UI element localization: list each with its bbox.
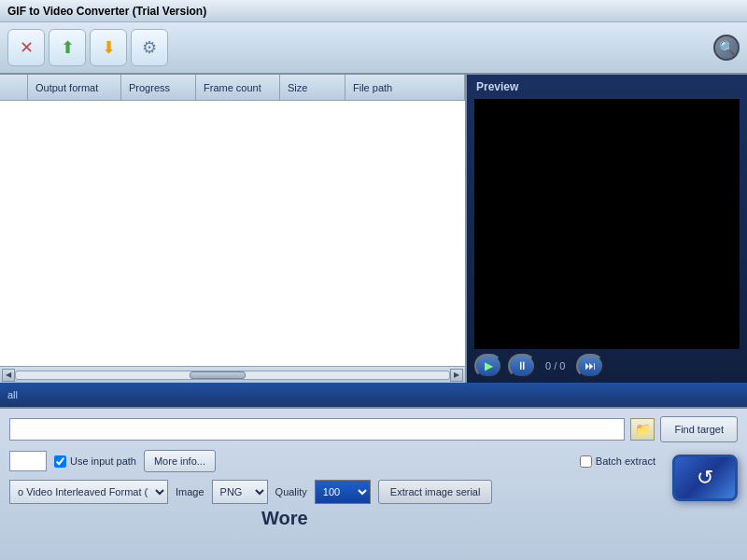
- col-size-header: Size: [280, 75, 345, 100]
- format-row: o Video Interleaved Format (*.avi) Image…: [9, 480, 738, 504]
- app-title: GIF to Video Converter (Trial Version): [7, 5, 206, 18]
- small-value-input[interactable]: [9, 451, 47, 471]
- preview-panel: Preview ▶ ⏸ 0 / 0 ⏭: [467, 75, 747, 383]
- video-format-select[interactable]: o Video Interleaved Format (*.avi): [9, 480, 168, 504]
- wore-label: Wore: [261, 508, 308, 528]
- pause-button[interactable]: ⏸: [508, 354, 536, 378]
- convert-icon: ↺: [697, 466, 713, 490]
- down-arrow-icon: ⬇: [102, 37, 116, 58]
- preview-title: Preview: [467, 75, 747, 99]
- col-output-header: Output format: [28, 75, 121, 100]
- main-area: Output format Progress Frame count Size …: [0, 75, 747, 383]
- move-down-button[interactable]: ⬇: [90, 29, 127, 66]
- quality-select[interactable]: 100: [315, 480, 371, 504]
- target-path-input[interactable]: [9, 418, 625, 441]
- search-button[interactable]: 🔍: [713, 35, 740, 61]
- convert-button[interactable]: ↺: [672, 455, 738, 501]
- more-info-button[interactable]: More info...: [144, 450, 216, 472]
- play-button[interactable]: ▶: [474, 354, 502, 378]
- options-row: Use input path More info... Batch extrac…: [9, 450, 738, 472]
- use-input-path-label[interactable]: Use input path: [54, 455, 136, 468]
- add-button[interactable]: ✕: [7, 29, 45, 66]
- title-bar: GIF to Video Converter (Trial Version): [0, 0, 747, 22]
- quality-label: Quality: [275, 486, 307, 497]
- search-icon: 🔍: [719, 40, 735, 55]
- add-icon: ✕: [20, 37, 34, 58]
- scroll-thumb[interactable]: [190, 371, 246, 379]
- wore-area: Wore: [9, 508, 738, 529]
- move-up-button[interactable]: ⬆: [49, 29, 86, 66]
- use-input-path-checkbox[interactable]: [54, 455, 66, 468]
- toolbar: ✕ ⬆ ⬇ ⚙ 🔍: [0, 22, 747, 75]
- browse-folder-button[interactable]: 📁: [630, 418, 655, 441]
- extract-serial-button[interactable]: Extract image serial: [378, 480, 493, 504]
- gear-icon: ⚙: [142, 37, 157, 58]
- scroll-track[interactable]: [15, 371, 450, 380]
- target-row: 📁 Find target: [9, 416, 738, 442]
- settings-button[interactable]: ⚙: [131, 29, 168, 66]
- col-filepath-header: File path: [345, 75, 465, 100]
- bottom-panel: 📁 Find target Use input path More info..…: [0, 407, 747, 560]
- col-name-header: [0, 75, 28, 100]
- status-text: all: [7, 389, 18, 400]
- file-list: [0, 101, 465, 366]
- image-label: Image: [176, 486, 204, 497]
- col-progress-header: Progress: [121, 75, 196, 100]
- find-target-button[interactable]: Find target: [660, 416, 738, 442]
- preview-screen: [474, 99, 740, 349]
- folder-icon: 📁: [635, 422, 651, 437]
- scroll-left-arrow[interactable]: ◀: [2, 369, 15, 382]
- file-panel: Output format Progress Frame count Size …: [0, 75, 467, 383]
- status-bar: all: [0, 383, 747, 407]
- image-format-select[interactable]: PNG: [212, 480, 268, 504]
- preview-controls: ▶ ⏸ 0 / 0 ⏭: [467, 349, 747, 383]
- column-headers: Output format Progress Frame count Size …: [0, 75, 465, 101]
- scroll-right-arrow[interactable]: ▶: [450, 369, 463, 382]
- horizontal-scrollbar[interactable]: ◀ ▶: [0, 366, 465, 383]
- up-arrow-icon: ⬆: [61, 37, 75, 58]
- batch-extract-label[interactable]: Batch extract: [580, 455, 655, 468]
- col-frames-header: Frame count: [196, 75, 280, 100]
- time-display: 0 / 0: [545, 360, 565, 371]
- skip-button[interactable]: ⏭: [576, 354, 604, 378]
- batch-extract-checkbox[interactable]: [580, 455, 592, 468]
